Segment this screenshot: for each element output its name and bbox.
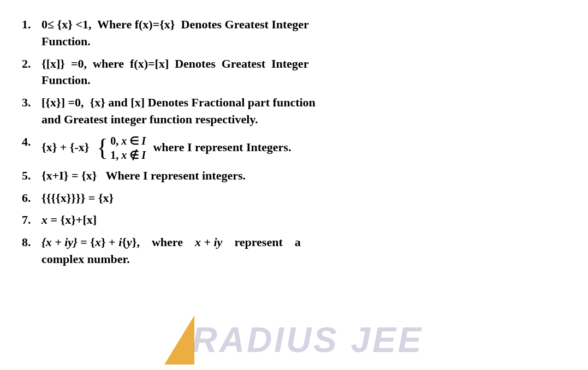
item-4: 4. {x} + {-x} { 0, x ∈ I 1, x ∉ I where … <box>22 134 566 162</box>
item-4-brace: { <box>97 136 108 160</box>
item-4-cases-col: 0, x ∈ I 1, x ∉ I <box>110 134 146 162</box>
item-1-line1: 0≤ {x} <1, Where f(x)={x} Denotes Greate… <box>41 17 309 31</box>
item-6-text: {{{{x}}}} = {x} <box>41 191 114 205</box>
item-4-case1: 0, x ∈ I <box>110 134 146 148</box>
item-3-line1: [{x}] =0, {x} and [x] Denotes Fractional… <box>41 96 316 109</box>
item-content-1: 0≤ {x} <1, Where f(x)={x} Denotes Greate… <box>41 16 566 50</box>
item-4-prefix: {x} + {-x} <box>41 139 92 156</box>
item-7: 7. x = {x}+[x] <box>22 212 566 229</box>
item-4-row: {x} + {-x} { 0, x ∈ I 1, x ∉ I where I r… <box>41 134 566 162</box>
item-number-7: 7. <box>22 212 41 229</box>
item-3-line2: and Greatest integer function respective… <box>41 111 566 128</box>
item-number-6: 6. <box>22 190 41 207</box>
item-2-line1: {[x]} =0, where f(x)=[x] Denotes Greates… <box>41 57 308 70</box>
item-number-1: 1. <box>22 16 41 50</box>
item-content-7: x = {x}+[x] <box>41 212 566 229</box>
watermark-jee: JEE <box>351 320 424 360</box>
item-content-4: {x} + {-x} { 0, x ∈ I 1, x ∉ I where I r… <box>41 134 566 162</box>
item-content-6: {{{{x}}}} = {x} <box>41 190 566 207</box>
item-number-5: 5. <box>22 168 41 184</box>
main-content: 1. 0≤ {x} <1, Where f(x)={x} Denotes Gre… <box>0 0 588 284</box>
item-number-4: 4. <box>22 134 41 162</box>
item-content-8: {x + iy} = {x} + i{y}, where x + iy repr… <box>41 234 566 268</box>
item-8-line1: {x + iy} = {x} + i{y}, where x + iy repr… <box>41 235 301 249</box>
item-4-cases: { 0, x ∈ I 1, x ∉ I <box>97 134 146 162</box>
item-4-case2: 1, x ∉ I <box>110 148 146 162</box>
item-2: 2. {[x]} =0, where f(x)=[x] Denotes Grea… <box>22 56 566 89</box>
watermark: RADIUS JEE <box>0 315 588 365</box>
item-3: 3. [{x}] =0, {x} and [x] Denotes Fractio… <box>22 94 566 128</box>
item-5-text: {x+I} = {x} Where I represent integers. <box>41 169 246 182</box>
item-5: 5. {x+I} = {x} Where I represent integer… <box>22 168 566 184</box>
item-7-text: x = {x}+[x] <box>41 213 97 226</box>
item-content-2: {[x]} =0, where f(x)=[x] Denotes Greates… <box>41 56 566 89</box>
item-1: 1. 0≤ {x} <1, Where f(x)={x} Denotes Gre… <box>22 16 566 50</box>
item-1-line2: Function. <box>41 33 566 50</box>
item-6: 6. {{{{x}}}} = {x} <box>22 190 566 207</box>
item-4-suffix: where I represent Integers. <box>150 139 291 156</box>
item-8: 8. {x + iy} = {x} + i{y}, where x + iy r… <box>22 234 566 268</box>
item-number-8: 8. <box>22 234 41 268</box>
item-8-line2: complex number. <box>41 251 566 268</box>
watermark-triangle-icon <box>164 315 194 365</box>
watermark-radius: RADIUS <box>192 320 338 360</box>
watermark-logo: RADIUS JEE <box>164 315 423 365</box>
item-number-2: 2. <box>22 56 41 89</box>
item-number-3: 3. <box>22 94 41 128</box>
watermark-text: RADIUS JEE <box>192 320 423 360</box>
item-2-line2: Function. <box>41 72 566 89</box>
item-content-5: {x+I} = {x} Where I represent integers. <box>41 168 566 184</box>
item-content-3: [{x}] =0, {x} and [x] Denotes Fractional… <box>41 94 566 128</box>
